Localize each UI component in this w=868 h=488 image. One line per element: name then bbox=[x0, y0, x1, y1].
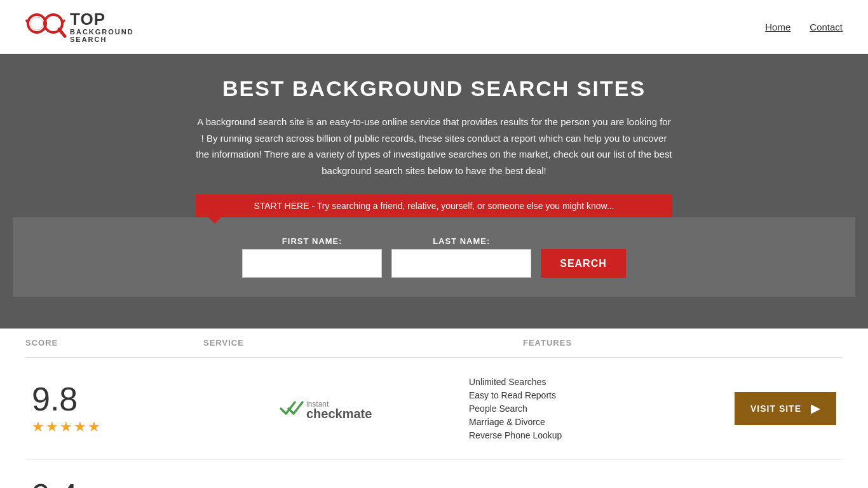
nav-home[interactable]: Home bbox=[765, 22, 790, 32]
checkmate-logo-svg: instant checkmate bbox=[276, 393, 397, 424]
checkmate-logo: instant checkmate bbox=[276, 393, 397, 424]
visit-site-button-1[interactable]: VISIT SITE ▶ bbox=[735, 392, 836, 425]
search-button[interactable]: SEARCH bbox=[541, 249, 626, 278]
feature-item: Marriage & Divorce bbox=[469, 417, 735, 427]
logo-text: TOP BACKGROUNDSEARCH bbox=[70, 10, 134, 44]
feature-item: Unlimited Searches bbox=[469, 377, 735, 387]
last-name-group: LAST NAME: bbox=[391, 236, 531, 278]
hero-title: BEST BACKGROUND SEARCH SITES bbox=[13, 76, 855, 101]
service-cell-1: instant checkmate bbox=[203, 393, 469, 424]
svg-text:checkmate: checkmate bbox=[306, 407, 372, 421]
search-form: FIRST NAME: LAST NAME: SEARCH bbox=[25, 236, 843, 278]
results-section: SCORE SERVICE FEATURES 9.8 ★ ★ ★ ★ ★ bbox=[0, 329, 868, 488]
last-name-label: LAST NAME: bbox=[391, 236, 531, 246]
site-header: TOP BACKGROUNDSEARCH Home Contact bbox=[0, 0, 868, 54]
table-row: 9.8 ★ ★ ★ ★ ★ instant checkmate bbox=[25, 358, 843, 460]
logo-icon bbox=[25, 10, 67, 44]
star-4: ★ bbox=[74, 419, 86, 435]
feature-item: Reverse Phone Lookup bbox=[469, 430, 735, 440]
score-cell-1: 9.8 ★ ★ ★ ★ ★ bbox=[25, 383, 203, 435]
feature-item: People Search bbox=[469, 403, 735, 414]
svg-point-7 bbox=[31, 17, 43, 30]
first-name-group: FIRST NAME: bbox=[242, 236, 382, 278]
last-name-input[interactable] bbox=[391, 249, 531, 278]
col-service: SERVICE bbox=[203, 338, 523, 348]
hero-description: A background search site is an easy-to-u… bbox=[196, 114, 672, 179]
first-name-input[interactable] bbox=[242, 249, 382, 278]
stars-1: ★ ★ ★ ★ ★ bbox=[32, 419, 100, 435]
col-features: FEATURES bbox=[523, 338, 843, 348]
logo-top-text: TOP bbox=[70, 10, 134, 29]
hero-section: BEST BACKGROUND SEARCH SITES A backgroun… bbox=[0, 54, 868, 329]
main-nav: Home Contact bbox=[765, 22, 843, 32]
search-banner: START HERE - Try searching a friend, rel… bbox=[196, 194, 672, 217]
table-row: 9.4 ★ ★ ★ ★ ★ People Looker Accurate and… bbox=[25, 460, 843, 488]
feature-item: Easy to Read Reports bbox=[469, 390, 735, 400]
visit-arrow-1: ▶ bbox=[811, 402, 820, 416]
features-cell-1: Unlimited Searches Easy to Read Reports … bbox=[469, 377, 735, 440]
svg-line-6 bbox=[59, 29, 65, 36]
score-number-1: 9.8 bbox=[32, 383, 78, 416]
col-score: SCORE bbox=[25, 338, 203, 348]
star-1: ★ bbox=[32, 419, 44, 435]
first-name-label: FIRST NAME: bbox=[242, 236, 382, 246]
score-cell-2: 9.4 ★ ★ ★ ★ ★ bbox=[25, 479, 203, 488]
visit-cell-1: VISIT SITE ▶ bbox=[735, 392, 843, 425]
star-5: ★ bbox=[88, 419, 100, 435]
logo-bottom-text: BACKGROUNDSEARCH bbox=[70, 28, 134, 43]
table-header: SCORE SERVICE FEATURES bbox=[25, 329, 843, 358]
search-form-area: FIRST NAME: LAST NAME: SEARCH bbox=[13, 217, 855, 297]
score-number-2: 9.4 bbox=[32, 479, 78, 488]
logo: TOP BACKGROUNDSEARCH bbox=[25, 10, 134, 44]
star-3: ★ bbox=[60, 419, 72, 435]
nav-contact[interactable]: Contact bbox=[810, 22, 843, 32]
star-2: ★ bbox=[46, 419, 58, 435]
visit-site-label-1: VISIT SITE bbox=[750, 403, 801, 414]
